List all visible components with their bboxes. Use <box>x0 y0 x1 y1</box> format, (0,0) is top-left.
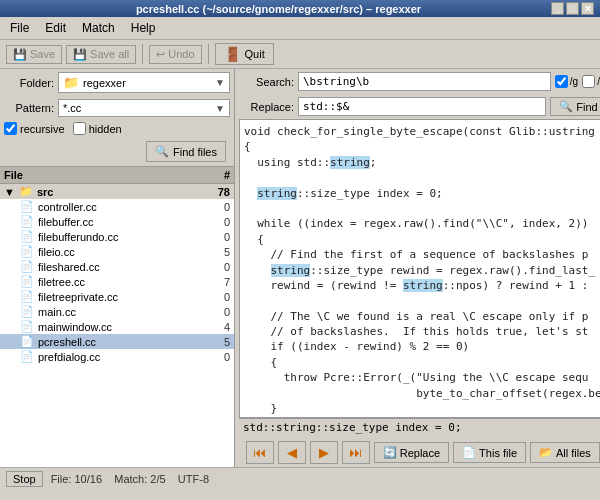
code-content: void check_for_single_byte_escape(const … <box>240 120 600 418</box>
hidden-checkbox-label[interactable]: hidden <box>73 122 122 135</box>
file-item[interactable]: 📄 filetreeprivate.cc 0 <box>0 289 234 304</box>
file-item[interactable]: 📄 filebufferundo.cc 0 <box>0 229 234 244</box>
save-all-label: Save all <box>90 48 129 60</box>
right-panel: Search: /g /A Replace: 🔍 Find void check… <box>235 69 600 467</box>
code-area[interactable]: void check_for_single_byte_escape(const … <box>239 119 600 418</box>
file-count: 0 <box>206 216 230 228</box>
menu-file[interactable]: File <box>4 19 35 37</box>
replace-input[interactable] <box>298 97 546 116</box>
hidden-label: hidden <box>89 123 122 135</box>
group-name: src <box>37 186 214 198</box>
quit-label: Quit <box>245 48 265 60</box>
find-btn-label: Find <box>576 101 597 113</box>
expand-icon: ▼ <box>4 186 15 198</box>
left-panel: Folder: 📁 regexxer ▼ Pattern: *.cc ▼ rec… <box>0 69 235 467</box>
pattern-row: Pattern: *.cc ▼ <box>0 96 234 120</box>
file-icon: 📄 <box>20 245 34 258</box>
hidden-checkbox[interactable] <box>73 122 86 135</box>
undo-icon: ↩ <box>156 48 165 61</box>
file-info-text: File: 10/16 <box>51 473 102 485</box>
undo-button[interactable]: ↩ Undo <box>149 45 201 64</box>
stop-label: Stop <box>13 473 36 485</box>
save-icon: 💾 <box>13 48 27 61</box>
file-icon: 📄 <box>20 230 34 243</box>
file-item[interactable]: 📄 main.cc 0 <box>0 304 234 319</box>
search-g-checkbox[interactable] <box>555 75 568 88</box>
search-a-checkbox[interactable] <box>582 75 595 88</box>
quit-button[interactable]: 🚪 Quit <box>215 43 274 65</box>
pattern-value: *.cc <box>63 102 81 114</box>
menubar: File Edit Match Help <box>0 17 600 40</box>
file-name: fileshared.cc <box>38 261 202 273</box>
recursive-checkbox[interactable] <box>4 122 17 135</box>
file-count: 5 <box>206 336 230 348</box>
file-count: 5 <box>206 246 230 258</box>
file-count: 7 <box>206 276 230 288</box>
last-button[interactable]: ⏭ <box>342 441 370 464</box>
search-label: Search: <box>239 76 294 88</box>
file-item[interactable]: 📄 controller.cc 0 <box>0 199 234 214</box>
maximize-button[interactable]: □ <box>566 2 579 15</box>
file-icon: 📄 <box>20 350 34 363</box>
pattern-select[interactable]: *.cc ▼ <box>58 99 230 117</box>
file-item[interactable]: 📄 filetree.cc 7 <box>0 274 234 289</box>
recursive-checkbox-label[interactable]: recursive <box>4 122 65 135</box>
minimize-button[interactable]: _ <box>551 2 564 15</box>
menu-match[interactable]: Match <box>76 19 121 37</box>
file-name: filetree.cc <box>38 276 202 288</box>
group-folder-icon: 📁 <box>19 185 33 198</box>
file-icon: 📄 <box>20 275 34 288</box>
file-item[interactable]: 📄 fileio.cc 5 <box>0 244 234 259</box>
save-button[interactable]: 💾 Save <box>6 45 62 64</box>
group-count: 78 <box>218 186 230 198</box>
folder-select[interactable]: 📁 regexxer ▼ <box>58 72 230 93</box>
find-button[interactable]: 🔍 Find <box>550 97 600 116</box>
file-item[interactable]: 📄 filebuffer.cc 0 <box>0 214 234 229</box>
code-bottom-text: std::string::size_type index = 0; <box>243 421 462 434</box>
menu-edit[interactable]: Edit <box>39 19 72 37</box>
file-item[interactable]: 📄 pcreshell.cc 5 <box>0 334 234 349</box>
search-row: Search: /g /A <box>235 69 600 94</box>
all-files-button[interactable]: 📂 All files <box>530 442 600 463</box>
toolbar-separator2 <box>208 44 209 64</box>
folder-row: Folder: 📁 regexxer ▼ <box>0 69 234 96</box>
file-name: filetreeprivate.cc <box>38 291 202 303</box>
quit-icon: 🚪 <box>224 46 241 62</box>
file-item[interactable]: 📄 fileshared.cc 0 <box>0 259 234 274</box>
replace-row: Replace: 🔍 Find <box>235 94 600 119</box>
file-item[interactable]: 📄 mainwindow.cc 4 <box>0 319 234 334</box>
replace-btn-label: Replace <box>400 447 440 459</box>
nav-buttons: ⏮ ◀ ▶ ⏭ 🔄 Replace 📄 This file 📂 All file… <box>235 438 600 467</box>
search-a-checkbox-label[interactable]: /A <box>582 75 600 88</box>
search-g-checkbox-label[interactable]: /g <box>555 75 578 88</box>
file-icon: 📄 <box>20 290 34 303</box>
match-info-text: Match: 2/5 <box>114 473 165 485</box>
toolbar: 💾 Save 💾 Save all ↩ Undo 🚪 Quit <box>0 40 600 69</box>
save-all-button[interactable]: 💾 Save all <box>66 45 136 64</box>
file-name: prefdialog.cc <box>38 351 202 363</box>
first-button[interactable]: ⏮ <box>246 441 274 464</box>
file-icon: 📄 <box>20 200 34 213</box>
col-file-header: File <box>4 169 206 181</box>
status-file-info: File: 10/16 Match: 2/5 UTF-8 <box>51 473 594 485</box>
file-group-header: ▼ 📁 src 78 <box>0 184 234 199</box>
replace-icon: 🔄 <box>383 446 397 459</box>
this-file-button[interactable]: 📄 This file <box>453 442 526 463</box>
prev-button[interactable]: ◀ <box>278 441 306 464</box>
code-bottom-bar: std::string::size_type index = 0; <box>239 418 600 436</box>
encoding-text: UTF-8 <box>178 473 209 485</box>
search-input[interactable] <box>298 72 551 91</box>
stop-button[interactable]: Stop <box>6 471 43 487</box>
menu-help[interactable]: Help <box>125 19 162 37</box>
file-name: fileio.cc <box>38 246 202 258</box>
file-icon: 📄 <box>20 320 34 333</box>
file-name: filebufferundo.cc <box>38 231 202 243</box>
close-button[interactable]: ✕ <box>581 2 594 15</box>
replace-button[interactable]: 🔄 Replace <box>374 442 449 463</box>
next-button[interactable]: ▶ <box>310 441 338 464</box>
find-files-button[interactable]: 🔍 Find files <box>146 141 226 162</box>
file-count: 0 <box>206 231 230 243</box>
file-count: 0 <box>206 201 230 213</box>
file-item[interactable]: 📄 prefdialog.cc 0 <box>0 349 234 364</box>
find-files-icon: 🔍 <box>155 145 169 158</box>
